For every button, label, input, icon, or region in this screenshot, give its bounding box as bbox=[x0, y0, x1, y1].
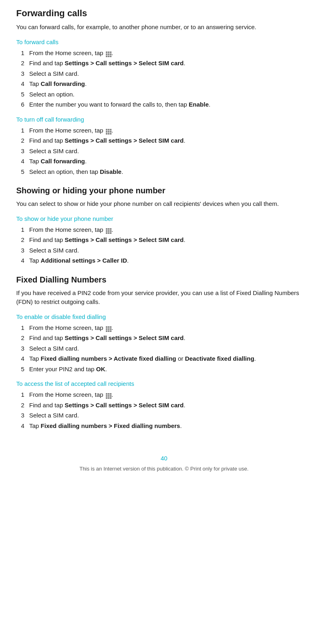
page-number: 40 bbox=[16, 455, 312, 462]
step-number: 6 bbox=[16, 100, 24, 109]
step-number: 5 bbox=[16, 365, 24, 374]
step-text: Tap Call forwarding. bbox=[29, 79, 312, 89]
forward-step-6: 6 Enter the number you want to forward t… bbox=[16, 100, 312, 109]
step-number: 4 bbox=[16, 157, 24, 166]
svg-rect-41 bbox=[110, 395, 111, 397]
forward-step-3: 3 Select a SIM card. bbox=[16, 69, 312, 79]
step-number: 1 bbox=[16, 390, 24, 400]
enable-step-3: 3 Select a SIM card. bbox=[16, 344, 312, 353]
subsection-forward-title: To forward calls bbox=[16, 39, 312, 45]
svg-rect-7 bbox=[108, 56, 109, 57]
step-text: Find and tap Settings > Call settings > … bbox=[29, 59, 312, 68]
forward-step-5: 5 Select an option. bbox=[16, 90, 312, 99]
access-steps-list: 1 From the Home screen, tap . 2 Find and… bbox=[16, 390, 312, 430]
svg-rect-29 bbox=[110, 326, 111, 328]
enable-steps-list: 1 From the Home screen, tap . 2 Find and… bbox=[16, 323, 312, 374]
forward-step-4: 4 Tap Call forwarding. bbox=[16, 79, 312, 89]
footer-text: This is an Internet version of this publ… bbox=[79, 466, 249, 472]
section1-title: Forwarding calls bbox=[16, 8, 312, 19]
enable-step-2: 2 Find and tap Settings > Call settings … bbox=[16, 334, 312, 343]
svg-rect-11 bbox=[110, 129, 111, 131]
svg-rect-26 bbox=[110, 232, 111, 234]
section3-title: Fixed Dialling Numbers bbox=[16, 275, 312, 285]
step-number: 4 bbox=[16, 354, 24, 364]
step-number: 5 bbox=[16, 90, 24, 99]
step-number: 3 bbox=[16, 246, 24, 255]
step-text: Select a SIM card. bbox=[29, 344, 312, 353]
turnoff-step-3: 3 Select a SIM card. bbox=[16, 147, 312, 156]
svg-rect-44 bbox=[110, 397, 111, 399]
step-text: Select a SIM card. bbox=[29, 147, 312, 156]
access-step-2: 2 Find and tap Settings > Call settings … bbox=[16, 401, 312, 410]
step-number: 3 bbox=[16, 411, 24, 420]
svg-rect-10 bbox=[108, 129, 109, 131]
svg-rect-37 bbox=[108, 393, 109, 395]
svg-rect-5 bbox=[110, 53, 111, 55]
grid-icon bbox=[106, 51, 111, 56]
svg-rect-21 bbox=[106, 230, 107, 232]
section3-intro: If you have received a PIN2 code from yo… bbox=[16, 289, 312, 307]
svg-rect-35 bbox=[110, 330, 111, 332]
svg-rect-36 bbox=[106, 393, 107, 395]
svg-rect-16 bbox=[108, 133, 109, 135]
svg-rect-43 bbox=[108, 397, 109, 399]
step-text: Select an option. bbox=[29, 90, 312, 99]
svg-rect-24 bbox=[106, 232, 107, 234]
showhide-step-4: 4 Tap Additional settings > Caller ID. bbox=[16, 256, 312, 265]
svg-rect-22 bbox=[108, 230, 109, 232]
step-text: Select a SIM card. bbox=[29, 69, 312, 79]
svg-rect-6 bbox=[106, 56, 107, 57]
page-content: Forwarding calls You can forward calls, … bbox=[16, 8, 312, 472]
svg-rect-23 bbox=[110, 230, 111, 232]
step-number: 1 bbox=[16, 49, 24, 58]
grid-icon bbox=[106, 392, 111, 398]
step-number: 3 bbox=[16, 147, 24, 156]
enable-step-4: 4 Tap Fixed dialling numbers > Activate … bbox=[16, 354, 312, 364]
svg-rect-34 bbox=[108, 330, 109, 332]
step-text: From the Home screen, tap . bbox=[29, 126, 312, 135]
svg-rect-12 bbox=[106, 131, 107, 133]
forward-step-1: 1 From the Home screen, tap . bbox=[16, 49, 312, 58]
step-text: Find and tap Settings > Call settings > … bbox=[29, 401, 312, 410]
svg-rect-0 bbox=[106, 51, 107, 53]
access-step-4: 4 Tap Fixed dialling numbers > Fixed dia… bbox=[16, 421, 312, 431]
step-text: Find and tap Settings > Call settings > … bbox=[29, 235, 312, 245]
step-number: 1 bbox=[16, 225, 24, 235]
showhide-step-1: 1 From the Home screen, tap . bbox=[16, 225, 312, 235]
step-text: Select a SIM card. bbox=[29, 411, 312, 420]
svg-rect-30 bbox=[106, 328, 107, 330]
svg-rect-14 bbox=[110, 131, 111, 133]
section1-intro: You can forward calls, for example, to a… bbox=[16, 23, 312, 32]
step-text: Find and tap Settings > Call settings > … bbox=[29, 136, 312, 145]
svg-rect-15 bbox=[106, 133, 107, 135]
subsection-enable-title: To enable or disable fixed dialling bbox=[16, 313, 312, 320]
step-text: Select an option, then tap Disable. bbox=[29, 167, 312, 177]
step-text: From the Home screen, tap . bbox=[29, 323, 312, 333]
subsection-turnoff-title: To turn off call forwarding bbox=[16, 116, 312, 123]
turnoff-step-1: 1 From the Home screen, tap . bbox=[16, 126, 312, 135]
subsection-showhide-title: To show or hide your phone number bbox=[16, 215, 312, 222]
svg-rect-13 bbox=[108, 131, 109, 133]
svg-rect-8 bbox=[110, 56, 111, 57]
grid-icon bbox=[106, 227, 111, 233]
step-text: Select a SIM card. bbox=[29, 246, 312, 255]
step-number: 4 bbox=[16, 79, 24, 89]
svg-rect-27 bbox=[106, 326, 107, 328]
svg-rect-31 bbox=[108, 328, 109, 330]
svg-rect-20 bbox=[110, 228, 111, 230]
svg-rect-38 bbox=[110, 393, 111, 395]
svg-rect-9 bbox=[106, 129, 107, 131]
step-text: Tap Fixed dialling numbers > Activate fi… bbox=[29, 354, 312, 364]
step-text: Tap Additional settings > Caller ID. bbox=[29, 256, 312, 265]
grid-icon bbox=[106, 128, 111, 134]
step-number: 2 bbox=[16, 235, 24, 245]
showhide-step-2: 2 Find and tap Settings > Call settings … bbox=[16, 235, 312, 245]
forward-steps-list: 1 From the Home screen, tap . 2 Find and… bbox=[16, 49, 312, 109]
svg-rect-4 bbox=[108, 53, 109, 55]
svg-rect-32 bbox=[110, 328, 111, 330]
access-step-1: 1 From the Home screen, tap . bbox=[16, 390, 312, 400]
svg-rect-19 bbox=[108, 228, 109, 230]
svg-rect-17 bbox=[110, 133, 111, 135]
section2-intro: You can select to show or hide your phon… bbox=[16, 199, 312, 209]
step-text: Tap Call forwarding. bbox=[29, 157, 312, 166]
